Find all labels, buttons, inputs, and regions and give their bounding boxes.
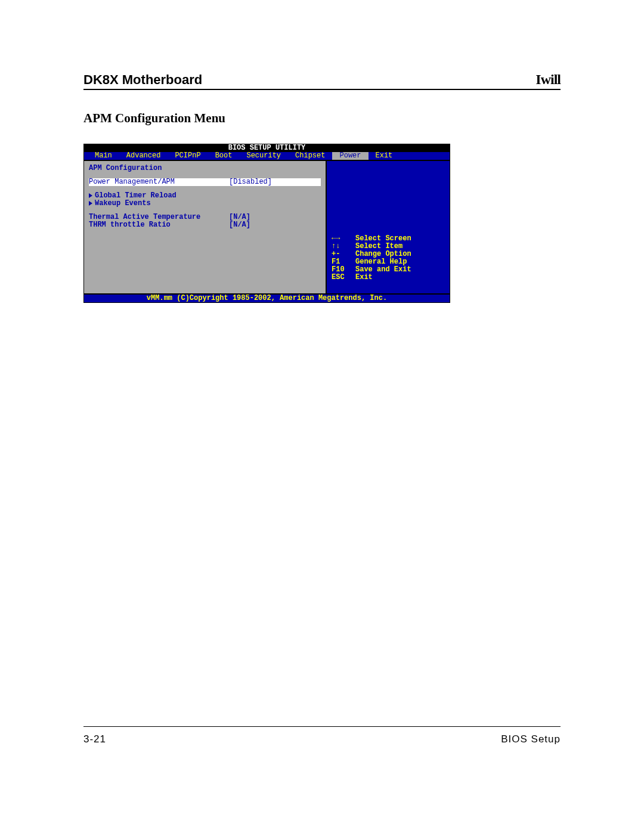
bios-help-panel: ←→Select Screen ↑↓Select Item +-Change O… — [327, 161, 450, 293]
tab-chipset[interactable]: Chipset — [288, 152, 332, 160]
panel-heading: APM Configuration — [89, 165, 321, 172]
bios-tab-bar: Main Advanced PCIPnP Boot Security Chips… — [84, 152, 450, 160]
option-label: Power Management/APM — [89, 178, 229, 186]
bios-screenshot: BIOS SETUP UTILITY Main Advanced PCIPnP … — [83, 144, 450, 303]
submenu-wakeup-events[interactable]: Wakeup Events — [89, 200, 321, 208]
tab-power[interactable]: Power — [332, 152, 368, 160]
footer-section-label: BIOS Setup — [501, 733, 561, 745]
triangle-right-icon — [89, 201, 92, 206]
document-header: DK8X Motherboard Iwill — [83, 72, 561, 90]
option-value: [N/A] — [229, 221, 250, 229]
option-power-management[interactable]: Power Management/APM [Disabled] — [89, 178, 321, 186]
option-thrm-throttle-ratio[interactable]: THRM throttle Ratio [N/A] — [89, 221, 321, 229]
section-title: APM Configuration Menu — [83, 111, 561, 126]
tab-pcipnp[interactable]: PCIPnP — [168, 152, 208, 160]
footer-rule — [83, 726, 561, 727]
brand-logo: Iwill — [535, 72, 561, 88]
help-row: ESCExit — [332, 274, 445, 281]
triangle-right-icon — [89, 193, 92, 198]
help-key: ESC — [332, 274, 355, 281]
option-label: THRM throttle Ratio — [89, 221, 229, 229]
help-text: Exit — [355, 274, 373, 281]
tab-advanced[interactable]: Advanced — [119, 152, 168, 160]
submenu-label: Global Timer Reload — [95, 191, 177, 200]
tab-main[interactable]: Main — [88, 152, 119, 160]
submenu-label: Wakeup Events — [95, 199, 151, 208]
tab-exit[interactable]: Exit — [369, 152, 400, 160]
page-number: 3-21 — [83, 733, 106, 745]
bios-copyright: vMM.mm (C)Copyright 1985-2002, American … — [84, 295, 450, 302]
tab-security[interactable]: Security — [239, 152, 288, 160]
tab-boot[interactable]: Boot — [208, 152, 240, 160]
bios-main-panel: APM Configuration Power Management/APM [… — [84, 161, 327, 293]
header-title: DK8X Motherboard — [83, 72, 202, 88]
help-row: F10Save and Exit — [332, 266, 445, 274]
option-value: [Disabled] — [229, 178, 272, 186]
